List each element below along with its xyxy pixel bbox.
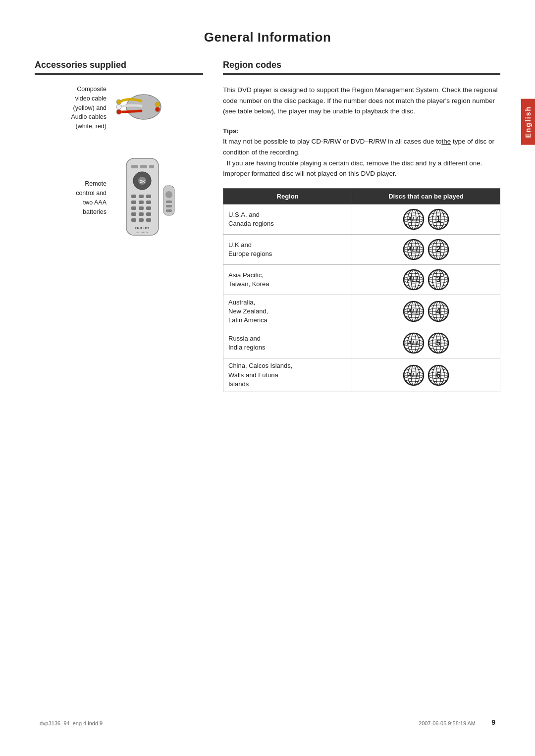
discs-col-header: Discs that can be played xyxy=(352,188,500,204)
svg-rect-19 xyxy=(131,206,136,210)
disc-icons-cell: ALL 2 xyxy=(352,234,500,264)
disc-icons-cell: ALL 6 xyxy=(352,358,500,392)
svg-rect-15 xyxy=(146,195,151,198)
svg-rect-9 xyxy=(149,165,154,168)
table-row: Asia Pacific,Taiwan, Korea ALL 3 xyxy=(223,264,500,295)
svg-rect-16 xyxy=(131,201,136,204)
svg-rect-8 xyxy=(140,165,147,168)
cable-accessory-row: Compositevideo cable(yellow) andAudio ca… xyxy=(35,85,203,131)
svg-point-1 xyxy=(116,100,121,104)
svg-point-2 xyxy=(116,104,121,109)
svg-rect-33 xyxy=(166,205,172,207)
remote-icon: OK xyxy=(114,156,178,240)
svg-rect-27 xyxy=(146,218,151,222)
svg-text:ALL: ALL xyxy=(407,276,420,283)
svg-text:PHILIPS: PHILIPS xyxy=(135,227,150,230)
cable-icon xyxy=(114,87,163,127)
disc-icons-cell: ALL 3 xyxy=(352,264,500,295)
disc-icons-cell: ALL 5 xyxy=(352,328,500,358)
svg-point-4 xyxy=(155,102,160,107)
page-number: 9 xyxy=(491,718,495,726)
table-row: U.S.A. andCanada regions ALL 1 xyxy=(223,204,500,234)
page: English General Information Accessories … xyxy=(0,0,535,756)
cable-image xyxy=(114,87,203,128)
svg-text:OK: OK xyxy=(140,180,145,183)
region-codes-section: Region codes This DVD player is designed… xyxy=(223,60,500,392)
english-tab: English xyxy=(521,99,535,145)
page-title: General Information xyxy=(35,30,500,45)
table-row: Australia,New Zealand,Latin America ALL … xyxy=(223,295,500,328)
region-name-cell: Russia andIndia regions xyxy=(223,328,352,358)
region-col-header: Region xyxy=(223,188,352,204)
region-name-cell: China, Calcos Islands,Walls and FutunaIs… xyxy=(223,358,352,392)
svg-point-5 xyxy=(155,107,160,112)
disc-icons-cell: ALL 1 xyxy=(352,204,500,234)
table-row: Russia andIndia regions ALL 5 xyxy=(223,328,500,358)
footer-right: 2007-06-05 9:58:19 AM xyxy=(419,720,476,726)
svg-rect-22 xyxy=(131,212,136,216)
table-row: China, Calcos Islands,Walls and FutunaIs… xyxy=(223,358,500,392)
region-intro-text: This DVD player is designed to support t… xyxy=(223,85,500,117)
svg-text:5: 5 xyxy=(436,339,441,347)
svg-point-31 xyxy=(165,191,172,198)
svg-text:ALL: ALL xyxy=(407,307,420,315)
svg-rect-13 xyxy=(131,195,136,198)
svg-rect-25 xyxy=(131,218,136,222)
svg-rect-20 xyxy=(139,206,144,210)
table-row: U.K andEurope regions ALL 2 xyxy=(223,234,500,264)
svg-rect-32 xyxy=(166,201,172,203)
region-name-cell: U.K andEurope regions xyxy=(223,234,352,264)
remote-label: Remotecontrol andtwo AAAbatteries xyxy=(35,179,114,216)
svg-text:ALL: ALL xyxy=(407,371,420,379)
svg-text:DVD PLAYER: DVD PLAYER xyxy=(136,231,148,234)
svg-text:4: 4 xyxy=(436,307,441,315)
svg-rect-21 xyxy=(146,206,151,210)
region-name-cell: Asia Pacific,Taiwan, Korea xyxy=(223,264,352,295)
svg-text:6: 6 xyxy=(436,371,441,379)
svg-rect-7 xyxy=(131,165,138,168)
disc-icons-cell: ALL 4 xyxy=(352,295,500,328)
svg-rect-26 xyxy=(139,218,144,222)
accessories-title: Accessories supplied xyxy=(35,60,203,75)
svg-rect-17 xyxy=(139,201,144,204)
svg-text:3: 3 xyxy=(436,275,441,284)
tips-text: It may not be possible to play CD-R/RW o… xyxy=(223,138,494,177)
svg-text:2: 2 xyxy=(436,245,441,253)
svg-rect-24 xyxy=(146,212,151,216)
svg-rect-34 xyxy=(166,209,172,212)
region-name-cell: U.S.A. andCanada regions xyxy=(223,204,352,234)
remote-image: OK xyxy=(114,156,203,240)
cable-label: Compositevideo cable(yellow) andAudio ca… xyxy=(35,85,114,131)
svg-text:1: 1 xyxy=(436,215,441,223)
svg-rect-18 xyxy=(146,201,151,204)
footer-left: dvp3136_94_eng 4.indd 9 xyxy=(40,720,103,726)
svg-rect-14 xyxy=(139,195,144,198)
accessories-section: Accessories supplied Compositevideo cabl… xyxy=(35,60,203,392)
tips-heading: Tips: xyxy=(223,127,239,135)
remote-accessory-row: Remotecontrol andtwo AAAbatteries OK xyxy=(35,156,203,240)
region-table: Region Discs that can be played U.S.A. a… xyxy=(223,188,500,392)
svg-text:ALL: ALL xyxy=(407,215,420,223)
svg-text:ALL: ALL xyxy=(407,246,420,253)
svg-rect-23 xyxy=(139,212,144,216)
svg-point-3 xyxy=(116,109,121,114)
region-name-cell: Australia,New Zealand,Latin America xyxy=(223,295,352,328)
svg-text:ALL: ALL xyxy=(407,339,420,347)
region-codes-title: Region codes xyxy=(223,60,500,75)
tips-block: Tips: It may not be possible to play CD-… xyxy=(223,126,500,179)
